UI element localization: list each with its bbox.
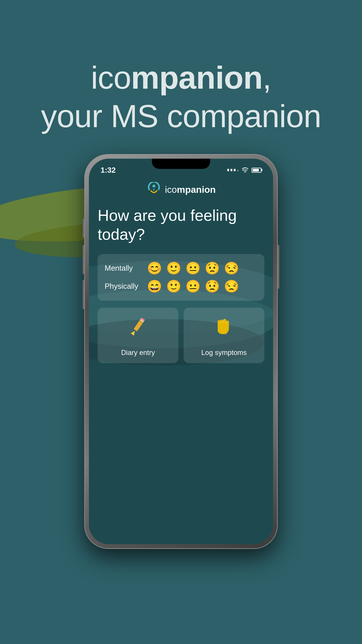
wifi-icon (242, 167, 249, 173)
side-button-volume-up (82, 245, 85, 274)
mood-row-mentally: Mentally 😊 🙂 😐 😟 😒 (105, 262, 257, 274)
battery-fill (253, 169, 259, 172)
emoji-very-happy[interactable]: 😊 (147, 262, 162, 274)
signal-icon (227, 169, 239, 171)
phone-frame: 1:32 (85, 155, 277, 548)
pencil-icon (128, 316, 148, 336)
logo-icon (146, 182, 161, 197)
side-button-power (277, 245, 280, 289)
action-row: Diary entry Log symptoms (98, 308, 264, 363)
emoji-sad[interactable]: 😟 (205, 262, 220, 274)
mood-emojis-physically[interactable]: 😄 🙂 😐 😟 😒 (147, 280, 239, 293)
svg-point-0 (152, 185, 155, 188)
mood-emojis-mentally[interactable]: 😊 🙂 😐 😟 😒 (147, 262, 239, 274)
feeling-question: How are you feeling today? (98, 206, 264, 244)
hand-icon (215, 316, 233, 338)
app-content: icompanion How are you feeling today? Me… (89, 182, 273, 363)
hero-title-line1: icompanion, (0, 58, 362, 97)
side-button-volume-down (82, 280, 85, 309)
diary-entry-button[interactable]: Diary entry (98, 308, 178, 363)
app-logo: icompanion (98, 182, 264, 197)
phone-screen: 1:32 (89, 159, 273, 544)
mood-card: Mentally 😊 🙂 😐 😟 😒 Physically (98, 254, 264, 301)
diary-entry-label: Diary entry (121, 349, 155, 357)
side-button-mute (82, 219, 85, 238)
logo-text: icompanion (165, 184, 216, 195)
emoji-phys-neutral[interactable]: 😐 (185, 280, 201, 293)
phone-notch (152, 159, 210, 169)
svg-marker-3 (131, 330, 136, 335)
svg-point-1 (153, 189, 154, 190)
mood-label-physically: Physically (105, 282, 147, 291)
hero-title-line2: your MS companion (0, 97, 362, 135)
status-icons (227, 167, 261, 173)
emoji-neutral[interactable]: 😐 (185, 262, 201, 274)
emoji-phys-very-sad[interactable]: 😒 (224, 280, 239, 293)
battery-icon (252, 168, 261, 173)
emoji-phys-very-happy[interactable]: 😄 (147, 280, 162, 293)
mood-row-physically: Physically 😄 🙂 😐 😟 😒 (105, 280, 257, 293)
status-time: 1:32 (101, 166, 116, 175)
emoji-very-sad[interactable]: 😒 (224, 262, 239, 274)
hero-title-bold: mpanion (131, 60, 262, 95)
mood-label-mentally: Mentally (105, 264, 147, 273)
log-symptoms-button[interactable]: Log symptoms (184, 308, 264, 363)
emoji-phys-sad[interactable]: 😟 (205, 280, 220, 293)
emoji-happy[interactable]: 🙂 (166, 262, 181, 274)
emoji-phys-happy[interactable]: 🙂 (166, 280, 181, 293)
log-symptoms-label: Log symptoms (201, 349, 247, 357)
hero-section: icompanion, your MS companion (0, 58, 362, 135)
phone-container: 1:32 (85, 155, 277, 548)
